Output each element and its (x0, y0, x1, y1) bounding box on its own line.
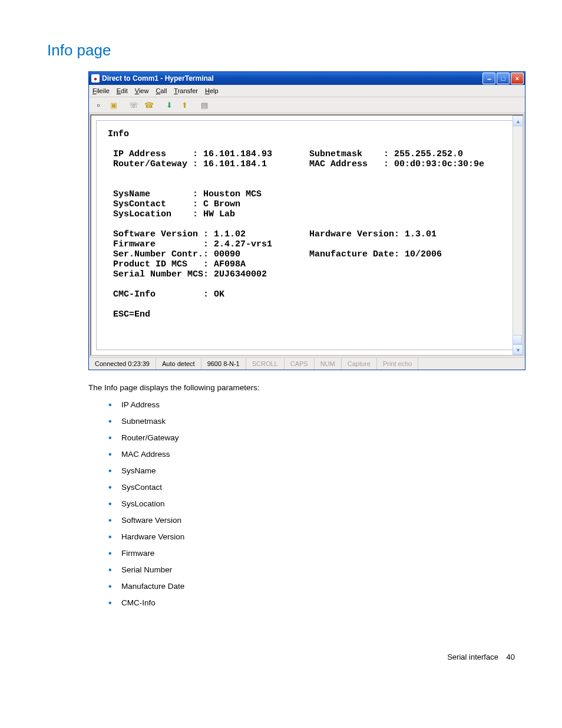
menu-edit[interactable]: Edit (117, 87, 128, 94)
properties-icon[interactable]: ▤ (197, 98, 211, 111)
list-item: Firmware (108, 545, 515, 562)
page-footer: Serial interface 40 (0, 635, 562, 661)
intro-text: The Info page displays the following par… (88, 383, 515, 392)
parameter-list: IP AddressSubnetmaskRouter/GatewayMAC Ad… (108, 397, 515, 611)
status-printecho: Print echo (377, 358, 419, 370)
close-button[interactable]: × (511, 73, 524, 84)
scroll-up-icon[interactable]: ▴ (513, 116, 523, 126)
toolbar: ▫ ▣ ☏ ☎ ⬇ ⬆ ▤ (89, 97, 525, 113)
list-item: Router/Gateway (108, 430, 515, 446)
list-item: IP Address (108, 397, 515, 413)
list-item: Manufacture Date (108, 578, 515, 595)
disconnect-icon[interactable]: ☎ (142, 98, 156, 111)
new-icon[interactable]: ▫ (91, 98, 105, 111)
menu-call[interactable]: Call (156, 87, 167, 94)
menu-help[interactable]: Help (205, 87, 219, 94)
list-item: Software Version (108, 512, 515, 529)
vertical-scrollbar[interactable]: ▴ ▾ (513, 116, 523, 355)
list-item: MAC Address (108, 446, 515, 463)
status-baud: 9600 8-N-1 (201, 358, 246, 370)
menu-view[interactable]: View (135, 87, 149, 94)
status-capture: Capture (342, 358, 377, 370)
status-bar: Connected 0:23:39 Auto detect 9600 8-N-1… (89, 357, 525, 370)
window-titlebar[interactable]: ● Direct to Comm1 - HyperTerminal ‒ □ × (89, 72, 525, 85)
status-caps: CAPS (285, 358, 315, 370)
app-icon: ● (91, 74, 100, 83)
terminal-output: Info IP Address : 16.101.184.93 Subnetma… (97, 121, 508, 350)
scroll-thumb[interactable] (513, 335, 522, 344)
page-title: Info page (47, 41, 515, 60)
menubar: Fileile Edit View Call Transfer Help (89, 85, 525, 97)
minimize-button[interactable]: ‒ (482, 73, 495, 84)
scroll-down-icon[interactable]: ▾ (513, 344, 523, 355)
menu-transfer[interactable]: Transfer (174, 87, 198, 94)
footer-label: Serial interface (447, 653, 498, 661)
list-item: SysLocation (108, 496, 515, 512)
list-item: SysName (108, 463, 515, 479)
status-autodetect: Auto detect (156, 358, 201, 370)
connect-icon[interactable]: ☏ (127, 98, 141, 111)
list-item: Subnetmask (108, 413, 515, 430)
menu-file[interactable]: Fileile (92, 87, 110, 94)
hyperterminal-window: ● Direct to Comm1 - HyperTerminal ‒ □ × … (88, 71, 525, 370)
status-num: NUM (315, 358, 342, 370)
status-connected: Connected 0:23:39 (89, 358, 156, 370)
footer-page-number: 40 (507, 653, 515, 661)
list-item: CMC-Info (108, 595, 515, 611)
list-item: Hardware Version (108, 529, 515, 545)
maximize-button[interactable]: □ (497, 73, 510, 84)
open-icon[interactable]: ▣ (107, 98, 121, 111)
send-icon[interactable]: ⬇ (162, 98, 176, 111)
window-title: Direct to Comm1 - HyperTerminal (102, 74, 214, 83)
list-item: Serial Number (108, 562, 515, 578)
status-scroll: SCROLL (246, 358, 285, 370)
list-item: SysContact (108, 479, 515, 496)
receive-icon[interactable]: ⬆ (177, 98, 191, 111)
